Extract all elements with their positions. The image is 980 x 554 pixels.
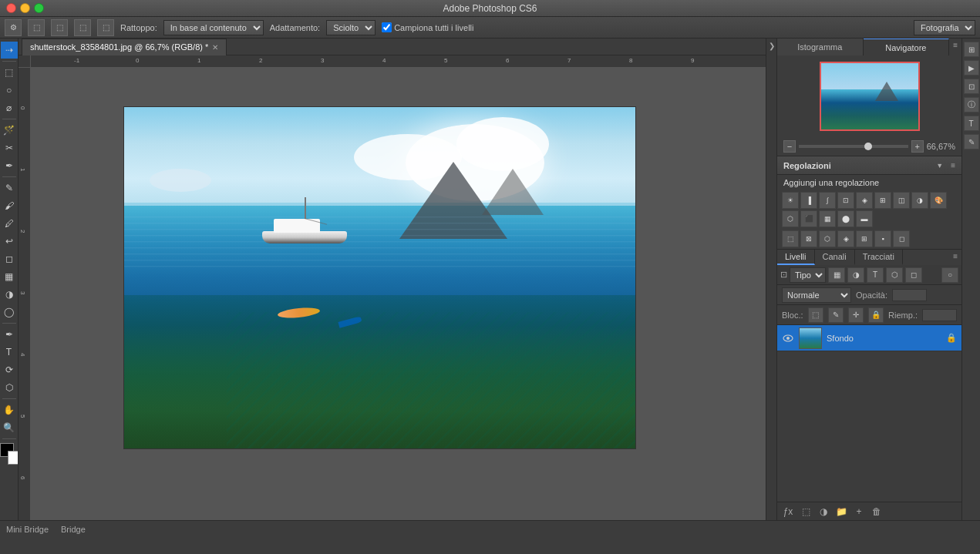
zoom-in-btn[interactable]: + (911, 140, 924, 153)
blend-mode-select[interactable]: Normale (782, 287, 851, 303)
adj-vibrance-btn[interactable]: ◈ (856, 192, 873, 209)
campiona-checkbox[interactable]: Campiona tutti i livelli (382, 22, 473, 32)
tool-eraser[interactable]: ◻ (1, 250, 18, 267)
tool-blur[interactable]: ◑ (1, 286, 18, 303)
adj-selective-color-btn[interactable]: ⬚ (782, 230, 799, 247)
tool-option2[interactable]: ⬚ (51, 19, 68, 36)
panel-expand-btn[interactable]: ≡ (949, 39, 961, 55)
tool-dodge[interactable]: ◯ (1, 304, 18, 321)
tool-type[interactable]: T (1, 344, 18, 361)
tab-histogramma[interactable]: Istogramma (777, 39, 864, 55)
minimize-button[interactable] (20, 3, 30, 13)
tool-option1[interactable]: ⬚ (28, 19, 45, 36)
tool-clone-stamp[interactable]: 🖊 (1, 215, 18, 232)
tool-option4[interactable]: ⬚ (97, 19, 114, 36)
tool-history-brush[interactable]: ↩ (1, 233, 18, 250)
tool-eyedropper[interactable]: ✒ (1, 157, 18, 174)
zoom-out-btn[interactable]: − (783, 140, 796, 153)
adj-btn6[interactable]: ▪ (874, 230, 891, 247)
tool-crop[interactable]: ✂ (1, 139, 18, 156)
adj-btn7[interactable]: ◻ (893, 230, 910, 247)
lock-paint-btn[interactable]: ✎ (828, 307, 844, 323)
tab-navigatore[interactable]: Navigatore (864, 39, 950, 55)
tab-close-icon[interactable]: ✕ (212, 43, 218, 52)
adattamento-select[interactable]: Sciolto (326, 20, 375, 35)
add-layer-button[interactable]: + (851, 505, 867, 519)
adjustments-header[interactable]: Regolazioni ▼ ≡ (777, 156, 961, 175)
adj-bw-btn[interactable]: ◑ (911, 192, 928, 209)
adjustments-menu-icon[interactable]: ≡ (951, 161, 955, 170)
add-adj-button[interactable]: ◑ (816, 505, 831, 519)
zoom-slider[interactable] (799, 145, 908, 148)
delete-layer-button[interactable]: 🗑 (869, 505, 884, 519)
main-layout: ⇢ ⬚ ○ ⌀ 🪄 ✂ ✒ ✎ 🖌 🖊 ↩ ◻ ▦ ◑ ◯ ✒ T ⟳ ⬡ ✋ … (0, 39, 980, 520)
lock-pixel-btn[interactable]: ⬚ (808, 307, 823, 323)
adj-posterize-btn[interactable]: ▦ (819, 210, 836, 227)
fill-input[interactable]: 100% (922, 309, 957, 321)
adj-btn5[interactable]: ⊞ (856, 230, 873, 247)
adj-brightness-btn[interactable]: ☀ (782, 192, 799, 209)
adj-curves-btn[interactable]: ∫ (819, 192, 836, 209)
lock-all-btn[interactable]: 🔒 (868, 307, 884, 323)
opacity-input[interactable]: 100% (892, 289, 927, 301)
panel-collapse-button[interactable]: ❯ (766, 39, 776, 520)
tool-magic-wand[interactable]: 🪄 (1, 122, 18, 139)
adj-btn2[interactable]: ⊠ (800, 230, 817, 247)
lock-move-btn[interactable]: ✛ (848, 307, 864, 323)
tool-marquee-ellipse[interactable]: ○ (1, 82, 18, 99)
ri-note-btn[interactable]: ✎ (964, 134, 979, 149)
tool-hand[interactable]: ✋ (1, 401, 18, 418)
tool-marquee-rect[interactable]: ⬚ (1, 64, 18, 81)
adj-exposure-btn[interactable]: ⊡ (837, 192, 854, 209)
ri-play-btn[interactable]: ▶ (964, 60, 979, 76)
adj-colorbalance-btn[interactable]: ◫ (893, 192, 910, 209)
tab-tracciati[interactable]: Tracciati (855, 250, 903, 265)
tool-options-icon[interactable]: ⚙ (5, 19, 22, 36)
adj-btn4[interactable]: ◈ (837, 230, 854, 247)
ri-arrange-btn[interactable]: ⊞ (964, 42, 979, 57)
tab-canali[interactable]: Canali (815, 250, 855, 265)
tool-path-selection[interactable]: ⟳ (1, 361, 18, 378)
tool-zoom[interactable]: 🔍 (1, 419, 18, 436)
layers-menu-icon[interactable]: ≡ (949, 250, 961, 265)
add-group-button[interactable]: 📁 (834, 505, 849, 519)
layer-visibility-eye[interactable] (782, 332, 794, 344)
tool-healing-brush[interactable]: ✎ (1, 180, 18, 196)
fotografia-select[interactable]: Fotografia (914, 20, 975, 35)
canvas-scroll[interactable] (31, 68, 766, 520)
filter-pixel-btn[interactable]: ▦ (828, 267, 845, 283)
adj-channel-btn[interactable]: ⬡ (782, 210, 799, 227)
close-button[interactable] (6, 3, 16, 13)
rattoppo-select[interactable]: In base al contenuto (163, 20, 264, 35)
tab-livelli[interactable]: Livelli (777, 250, 815, 265)
tool-move[interactable]: ⇢ (1, 42, 18, 59)
adj-hsl-btn[interactable]: ⊞ (874, 192, 891, 209)
adj-gradient-map-btn[interactable]: ▬ (856, 210, 873, 227)
tool-shape[interactable]: ⬡ (1, 379, 18, 396)
tool-pen[interactable]: ✒ (1, 326, 18, 343)
tool-brush[interactable]: 🖌 (1, 197, 18, 214)
background-color[interactable] (8, 451, 19, 465)
filter-adj-btn[interactable]: ◑ (847, 267, 864, 283)
filter-toggle-btn[interactable]: ○ (941, 267, 958, 283)
adj-threshold-btn[interactable]: ⬤ (837, 210, 854, 227)
ri-char-btn[interactable]: T (964, 116, 979, 131)
tool-lasso[interactable]: ⌀ (1, 99, 18, 116)
maximize-button[interactable] (34, 3, 44, 13)
filter-shape-btn[interactable]: ⬡ (886, 267, 903, 283)
adj-btn3[interactable]: ⬡ (819, 230, 836, 247)
tool-gradient[interactable]: ▦ (1, 268, 18, 285)
tool-option3[interactable]: ⬚ (74, 19, 91, 36)
adj-invert-btn[interactable]: ⬛ (800, 210, 817, 227)
filter-effect-btn[interactable]: ◻ (905, 267, 922, 283)
layer-type-select[interactable]: Tipo (790, 267, 826, 283)
file-tab[interactable]: shutterstock_83584801.jpg @ 66,7% (RGB/8… (22, 39, 227, 55)
adj-photofilter-btn[interactable]: 🎨 (930, 192, 947, 209)
adj-levels-btn[interactable]: ▐ (800, 192, 817, 209)
fx-button[interactable]: ƒx (780, 505, 796, 519)
ri-info-btn[interactable]: ⓘ (964, 97, 979, 112)
filter-type-btn[interactable]: T (867, 267, 884, 283)
ri-layout-btn[interactable]: ⊡ (964, 79, 979, 94)
add-mask-button[interactable]: ⬚ (798, 505, 813, 519)
layer-item-sfondo[interactable]: Sfondo 🔒 (777, 325, 961, 351)
